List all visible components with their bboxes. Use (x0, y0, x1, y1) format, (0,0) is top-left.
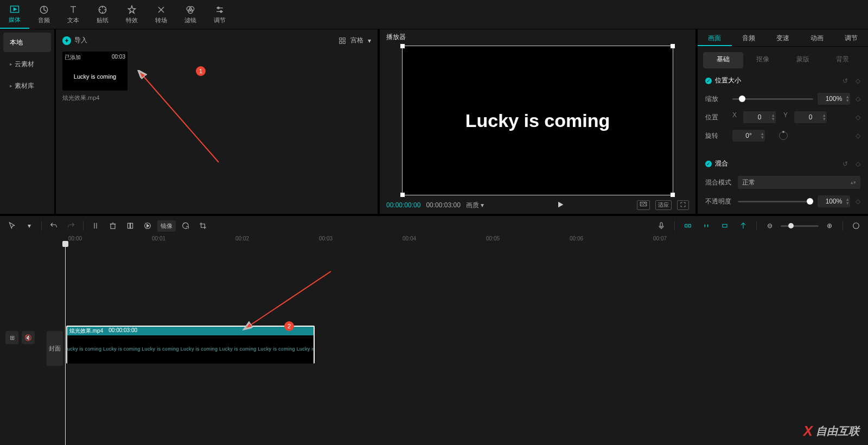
playhead[interactable] (65, 244, 66, 445)
scale-slider[interactable] (732, 98, 813, 100)
zoom-fit-button[interactable] (848, 218, 864, 233)
redo-button[interactable] (63, 218, 79, 233)
annotation-arrow-2: 2 (239, 266, 336, 338)
zoom-slider[interactable] (781, 225, 819, 227)
tracks-area[interactable]: ⊞ 🔇 封面 炫光效果.mp400:00:03:00 ucky is comin… (0, 244, 868, 445)
group-position-size: ✓ 位置大小 ↺◇ 缩放 100%▴▾ ◇ 位置 X 0▴▾ Y 0▴▾ ◇ (698, 71, 868, 154)
timeline-ruler[interactable]: 00:00 00:01 00:02 00:03 00:04 00:05 00:0… (0, 236, 868, 244)
snap-button[interactable] (717, 218, 732, 233)
scale-value[interactable]: 100%▴▾ (818, 93, 850, 105)
player-panel: 播放器 Lucky is coming 00:00:00:00 00:00:03… (378, 29, 698, 214)
keyframe-icon[interactable]: ◇ (856, 198, 860, 205)
tab-adjust[interactable]: 调节 (205, 0, 234, 29)
rotate-button[interactable] (178, 218, 193, 233)
resize-handle[interactable] (400, 193, 405, 197)
svg-marker-1 (14, 8, 16, 11)
tab-media[interactable]: 媒体 (0, 0, 29, 29)
play-button[interactable] (556, 200, 565, 211)
quality-dropdown[interactable]: 画质 ▾ (466, 201, 484, 210)
fit-button[interactable]: 适应 (655, 200, 672, 210)
keyframe-icon[interactable]: ◇ (856, 95, 860, 103)
nav-library[interactable]: ▸素材库 (3, 76, 51, 96)
prop-tab-speed[interactable]: 变速 (766, 29, 800, 46)
blend-mode-label: 混合模式 (705, 178, 738, 187)
rotation-dial[interactable] (779, 131, 788, 140)
mic-button[interactable] (654, 218, 669, 233)
svg-rect-24 (723, 224, 727, 227)
check-icon[interactable]: ✓ (705, 161, 712, 167)
thumb-filename: 炫光效果.mp4 (62, 94, 127, 102)
subtab-basic[interactable]: 基础 (703, 52, 743, 68)
media-thumbnail[interactable]: 已添加00:03 Lucky is coming 炫光效果.mp4 (62, 52, 127, 102)
view-toggle[interactable]: 宫格 ▾ (339, 36, 371, 45)
opacity-value[interactable]: 100%▴▾ (818, 195, 850, 207)
keyframe-icon[interactable]: ◇ (856, 77, 860, 85)
tab-sticker-label: 贴纸 (97, 16, 108, 24)
tab-effect[interactable]: 特效 (117, 0, 146, 29)
resize-handle[interactable] (671, 44, 675, 48)
magnet-button[interactable] (680, 218, 695, 233)
prop-tab-audio[interactable]: 音频 (732, 29, 766, 46)
crop-button[interactable] (123, 218, 138, 233)
undo-button[interactable] (46, 218, 61, 233)
properties-panel: 画面 音频 变速 动画 调节 基础 抠像 蒙版 背景 ✓ 位置大小 ↺◇ 缩放 … (698, 29, 868, 214)
link-button[interactable] (699, 218, 714, 233)
split-button[interactable] (88, 218, 103, 233)
tab-text[interactable]: 文本 (59, 0, 88, 29)
player-title: 播放器 (380, 29, 695, 44)
keyframe-icon[interactable]: ◇ (856, 160, 860, 168)
clip-name: 炫光效果.mp4 (69, 327, 103, 335)
player-canvas[interactable]: Lucky is coming (380, 44, 695, 196)
tab-filter[interactable]: 滤镜 (176, 0, 205, 29)
nav-local[interactable]: 本地 (3, 33, 51, 52)
crop-ratio-button[interactable] (195, 218, 210, 233)
left-nav: 本地 ▸云素材 ▸素材库 (0, 29, 54, 214)
import-button[interactable]: + 导入 (62, 36, 87, 45)
import-label: 导入 (74, 36, 87, 45)
reset-icon[interactable]: ↺ (843, 160, 848, 168)
keyframe-icon[interactable]: ◇ (856, 132, 860, 139)
tab-transition[interactable]: 转场 (146, 0, 176, 29)
svg-rect-21 (660, 223, 662, 227)
snapshot-button[interactable] (637, 200, 650, 210)
cover-button[interactable]: 封面 (47, 331, 63, 366)
mirror-button[interactable]: 镜像 (157, 220, 176, 232)
position-y[interactable]: 0▴▾ (794, 111, 827, 123)
prop-tab-picture[interactable]: 画面 (698, 29, 732, 46)
dropdown-icon[interactable]: ▾ (22, 218, 37, 233)
prop-tab-anim[interactable]: 动画 (800, 29, 834, 46)
tab-filter-label: 滤镜 (184, 16, 196, 24)
prop-tab-adjust[interactable]: 调节 (834, 29, 868, 46)
position-x[interactable]: 0▴▾ (743, 111, 776, 123)
blend-mode-select[interactable]: 正常▴▾ (738, 176, 860, 189)
zoom-out-button[interactable]: ⊖ (762, 218, 777, 233)
zoom-in-button[interactable]: ⊕ (822, 218, 837, 233)
select-tool[interactable] (4, 218, 20, 233)
fullscreen-button[interactable] (677, 200, 689, 210)
clip-duration: 00:00:03:00 (108, 327, 137, 335)
align-button[interactable] (736, 218, 751, 233)
resize-handle[interactable] (400, 44, 405, 48)
reset-icon[interactable]: ↺ (843, 77, 848, 85)
group-blend: ✓ 混合 ↺◇ 混合模式 正常▴▾ 不透明度 100%▴▾ ◇ (698, 154, 868, 219)
svg-rect-23 (688, 224, 691, 227)
subtab-cutout[interactable]: 抠像 (743, 52, 783, 68)
tab-audio[interactable]: 音频 (29, 0, 59, 29)
opacity-label: 不透明度 (705, 197, 738, 206)
opacity-slider[interactable] (738, 201, 813, 202)
subtab-mask[interactable]: 蒙版 (783, 52, 823, 68)
lock-button[interactable]: ⊞ (5, 331, 18, 344)
rotation-value[interactable]: 0°▴▾ (732, 130, 765, 142)
record-button[interactable] (140, 218, 155, 233)
nav-cloud[interactable]: ▸云素材 (3, 54, 51, 74)
delete-button[interactable] (105, 218, 120, 233)
keyframe-icon[interactable]: ◇ (856, 113, 860, 121)
thumb-preview-text: Lucky is coming (65, 73, 125, 88)
resize-handle[interactable] (671, 193, 675, 197)
tab-sticker[interactable]: 贴纸 (88, 0, 117, 29)
subtab-bg[interactable]: 背景 (823, 52, 863, 68)
check-icon[interactable]: ✓ (705, 78, 712, 84)
annotation-arrow-1: 1 (137, 70, 224, 169)
mute-button[interactable]: 🔇 (22, 331, 35, 344)
chevron-down-icon: ▾ (368, 37, 371, 44)
